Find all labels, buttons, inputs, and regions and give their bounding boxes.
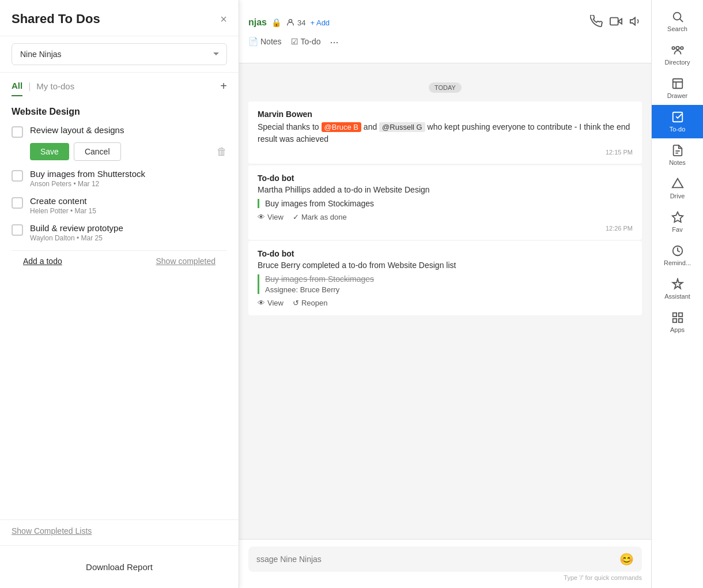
assignee-label: Assignee: <box>265 285 300 294</box>
todo-item-2: Buy images from Stockimages Assignee: Br… <box>258 274 633 294</box>
svg-line-1 <box>680 19 683 22</box>
message-sender: Marvin Bowen <box>258 110 633 119</box>
mention-russell: @Russell G <box>379 122 425 132</box>
tab-notes[interactable]: 📄 Notes <box>248 37 282 47</box>
message-time-2: 12:26 PM <box>258 225 633 232</box>
nav-directory[interactable]: Directory <box>652 38 704 71</box>
todo-bot-desc-1: Martha Phillips added a to-do in Website… <box>258 185 633 194</box>
todo-editing-header: Review layout & designs <box>12 125 227 138</box>
filter-tab-all[interactable]: All <box>12 81 22 96</box>
message-time: 12:15 PM <box>258 149 633 156</box>
tab-todo-label: To-do <box>301 37 321 46</box>
main-chat-area: njas 🔒 34 + Add <box>239 0 651 588</box>
build-review-title: Build & review prototype <box>30 223 227 233</box>
message-todo-bot-2: To-do bot Bruce Berry completed a to-do … <box>248 241 642 315</box>
show-completed-lists: Show Completed Lists <box>0 519 239 545</box>
text-part-2: and <box>364 122 379 131</box>
nav-apps[interactable]: Apps <box>652 306 704 339</box>
editing-actions: Save Cancel 🗑 <box>12 142 227 161</box>
chat-header-actions <box>590 15 642 31</box>
chat-input[interactable] <box>256 555 615 564</box>
todo-actions-2: 👁 View ↺ Reopen <box>258 299 633 307</box>
video-button[interactable] <box>610 15 622 31</box>
build-review-checkbox[interactable] <box>12 224 23 236</box>
nav-drive-label: Drive <box>670 193 685 199</box>
assignee-name: Bruce Berry <box>300 285 340 294</box>
org-selector: Nine Ninjas Other Org <box>0 36 239 73</box>
download-report-button[interactable]: Download Report <box>12 555 227 579</box>
delete-icon[interactable]: 🗑 <box>217 146 227 158</box>
create-content-checkbox[interactable] <box>12 197 23 209</box>
org-dropdown[interactable]: Nine Ninjas Other Org <box>12 43 227 65</box>
create-content-content: Create content Helen Potter • Mar 15 <box>30 196 227 215</box>
build-review-content: Build & review prototype Waylon Dalton •… <box>30 223 227 242</box>
filter-tab-my-todos[interactable]: My to-dos <box>36 81 74 96</box>
todo-item-assignee: Assignee: Bruce Berry <box>265 285 633 294</box>
mark-done-button[interactable]: ✓ Mark as done <box>293 213 347 221</box>
review-layout-checkbox[interactable] <box>12 126 23 138</box>
emoji-button[interactable]: 😊 <box>619 552 634 566</box>
panel-close-button[interactable]: × <box>220 13 227 26</box>
svg-rect-15 <box>678 319 682 322</box>
svg-rect-12 <box>672 313 676 316</box>
panel-footer-links: Add a todo Show completed <box>12 250 227 272</box>
nav-reminders[interactable]: Remind... <box>652 239 704 272</box>
nav-fav-label: Fav <box>672 226 682 233</box>
chat-header-top: njas 🔒 34 + Add <box>248 15 642 34</box>
nav-assistant-label: Assistant <box>664 293 690 300</box>
nav-todo[interactable]: To-do <box>652 105 704 138</box>
checkmark-icon: ✓ <box>293 213 299 221</box>
audio-button[interactable] <box>629 15 642 31</box>
svg-marker-17 <box>618 18 622 24</box>
build-review-meta: Waylon Dalton • Mar 25 <box>30 234 227 242</box>
phone-button[interactable] <box>590 15 603 31</box>
chat-input-wrapper: 😊 <box>248 546 642 572</box>
message-marvin-bowen: Marvin Bowen Special thanks to @Bruce B … <box>248 101 642 164</box>
svg-rect-5 <box>672 79 682 89</box>
buy-images-checkbox[interactable] <box>12 170 23 182</box>
mention-bruce: @Bruce B <box>322 122 361 132</box>
add-todo-link[interactable]: Add a todo <box>23 257 62 266</box>
todo-item-text-2: Buy images from Stockimages <box>265 274 633 284</box>
channel-name: njas <box>248 17 267 28</box>
svg-point-2 <box>676 47 679 50</box>
members-info: 34 <box>286 18 305 27</box>
nav-drawer[interactable]: Drawer <box>652 71 704 105</box>
svg-point-0 <box>673 13 681 20</box>
nav-search-label: Search <box>667 25 687 32</box>
date-divider-label: TODAY <box>429 82 462 93</box>
add-todo-filter-button[interactable]: + <box>220 80 227 97</box>
tab-more-button[interactable]: ··· <box>330 36 339 48</box>
panel-title: Shared To Dos <box>12 12 100 27</box>
tab-todo[interactable]: ☑ To-do <box>291 37 321 47</box>
nav-fav[interactable]: Fav <box>652 205 704 239</box>
tab-notes-label: Notes <box>260 37 282 46</box>
lock-icon: 🔒 <box>271 18 281 27</box>
panel-header: Shared To Dos × <box>0 0 239 36</box>
nav-directory-label: Directory <box>664 59 690 66</box>
nav-reminders-label: Remind... <box>664 259 691 266</box>
nav-assistant[interactable]: Assistant <box>652 272 704 306</box>
todo-item-text-1: Buy images from Stockimages <box>265 199 633 208</box>
add-members-button[interactable]: + Add <box>310 18 330 27</box>
todos-content: Website Design Review layout & designs S… <box>0 97 239 519</box>
filter-tabs: All | My to-dos + <box>0 73 239 97</box>
svg-marker-19 <box>630 17 635 25</box>
section-title: Website Design <box>12 107 227 117</box>
nav-notes[interactable]: Notes <box>652 138 704 172</box>
buy-images-meta: Anson Peters • Mar 12 <box>30 180 227 188</box>
svg-point-3 <box>681 47 683 50</box>
chat-tabs: 📄 Notes ☑ To-do ··· <box>248 34 642 48</box>
text-part-1: Special thanks to <box>258 122 322 131</box>
show-completed-lists-link[interactable]: Show Completed Lists <box>12 526 92 536</box>
reopen-label: Reopen <box>301 299 328 307</box>
view-label-1: View <box>267 213 284 221</box>
cancel-button[interactable]: Cancel <box>74 142 121 161</box>
show-completed-link[interactable]: Show completed <box>156 257 216 266</box>
view-button-2[interactable]: 👁 View <box>258 299 284 307</box>
reopen-button[interactable]: ↺ Reopen <box>293 299 328 307</box>
view-button-1[interactable]: 👁 View <box>258 213 284 221</box>
nav-search[interactable]: Search <box>652 5 704 38</box>
save-button[interactable]: Save <box>30 143 69 160</box>
nav-drive[interactable]: Drive <box>652 172 704 205</box>
